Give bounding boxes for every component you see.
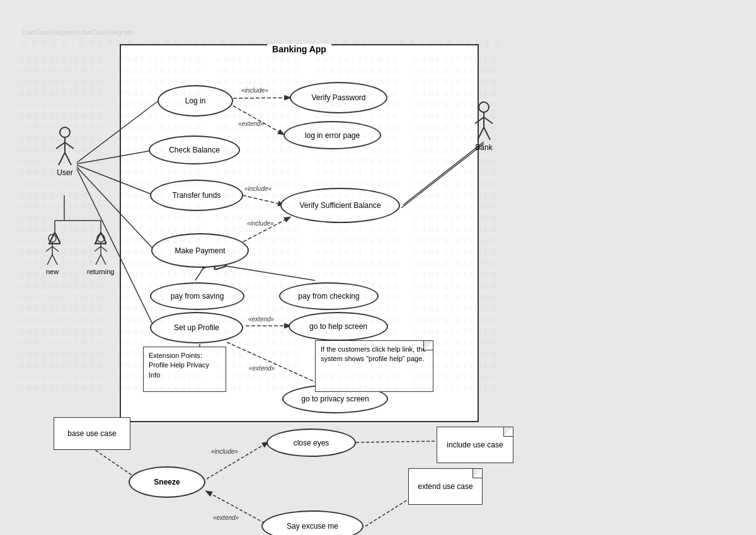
svg-line-57	[96, 255, 101, 265]
use-case-pay-from-saving: pay from saving	[150, 282, 244, 310]
actor-new-label: new	[46, 268, 59, 275]
svg-line-58	[101, 255, 106, 265]
use-case-go-to-help-screen: go to help screen	[289, 312, 388, 341]
svg-line-51	[47, 255, 52, 265]
svg-point-47	[49, 234, 56, 242]
svg-line-38	[65, 142, 74, 149]
actor-user: User	[54, 126, 76, 177]
use-case-verify-sufficient-balance: Verify Sufficient Balance	[280, 188, 400, 223]
svg-line-52	[52, 255, 57, 265]
note-help: If the customers click help link, the sy…	[315, 340, 433, 392]
use-case-say-excuse-me: Say excuse me	[261, 510, 364, 535]
use-case-login-error: log in error page	[284, 121, 381, 149]
watermark-title: UseCaseDiagram|UseCaseDiagram	[22, 28, 133, 36]
svg-line-43	[475, 117, 484, 124]
svg-line-40	[65, 152, 71, 165]
svg-point-53	[97, 234, 105, 242]
use-case-setup-profile: Set up Profile	[150, 312, 243, 343]
diagram-container: UseCaseDiagram|UseCaseDiagram UNREGISTER…	[19, 25, 737, 529]
note-extension-points: Extension Points: Profile Help Privacy I…	[143, 347, 226, 392]
svg-line-37	[56, 142, 65, 149]
use-case-check-balance: Check Balance	[149, 135, 240, 164]
svg-line-46	[484, 127, 490, 140]
svg-line-28	[91, 447, 135, 478]
svg-line-56	[101, 246, 107, 251]
svg-line-49	[46, 246, 52, 251]
use-case-transfer-funds: Transfer funds	[150, 180, 243, 211]
svg-line-39	[59, 152, 65, 165]
actor-returning-label: returning	[87, 268, 114, 275]
use-case-sneeze: Sneeze	[129, 466, 205, 498]
system-title: Banking App	[267, 44, 331, 54]
use-case-pay-from-checking: pay from checking	[279, 282, 379, 310]
svg-point-41	[479, 102, 489, 112]
actor-new: new	[43, 233, 62, 275]
note-include-use-case: include use case	[437, 427, 513, 463]
use-case-login: Log in	[158, 85, 233, 117]
svg-line-32	[207, 492, 265, 523]
actor-user-label: User	[57, 168, 72, 177]
svg-text:«include»: «include»	[211, 448, 238, 455]
actor-returning: returning	[87, 233, 114, 275]
svg-line-50	[52, 246, 59, 251]
svg-line-45	[478, 127, 484, 140]
note-base-use-case: base use case	[54, 417, 130, 450]
note-extend-use-case: extend use case	[408, 468, 483, 505]
use-case-make-payment: Make Payment	[151, 233, 249, 268]
svg-line-55	[94, 246, 101, 251]
svg-point-35	[60, 127, 70, 137]
actor-bank-label: Bank	[475, 143, 492, 152]
svg-line-29	[207, 442, 268, 479]
use-case-close-eyes: close eyes	[266, 429, 356, 457]
svg-line-44	[484, 117, 493, 124]
svg-text:«extend»: «extend»	[213, 514, 239, 521]
svg-line-31	[356, 441, 437, 442]
use-case-verify-password: Verify Password	[290, 82, 387, 113]
actor-bank: Bank	[472, 101, 495, 152]
